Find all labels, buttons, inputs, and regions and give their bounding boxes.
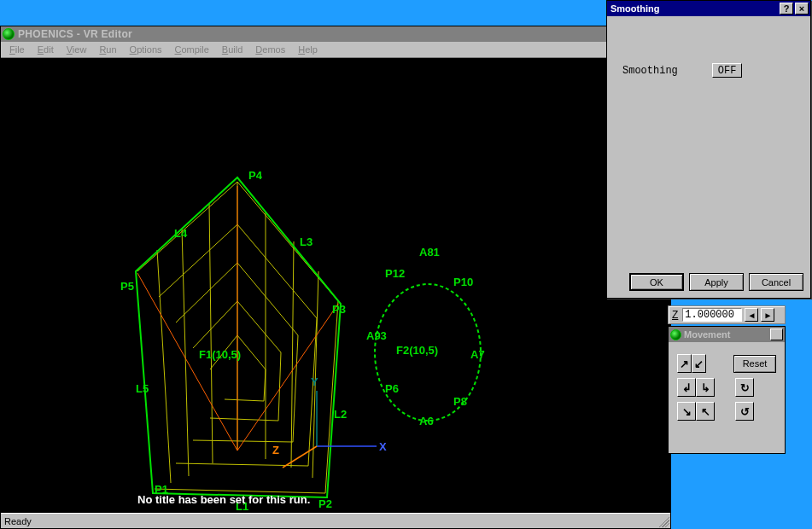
label-p3: P3	[332, 303, 346, 316]
move-up-right-icon[interactable]: ↖	[696, 402, 715, 421]
z-decrement-icon[interactable]: ◄	[745, 308, 758, 322]
svg-line-13	[283, 446, 317, 468]
z-axis-label: Z	[670, 309, 680, 321]
smoothing-dialog: Smoothing ? × Smoothing OFF OK Apply Can…	[606, 0, 811, 299]
move-left-icon[interactable]: ↲	[677, 378, 696, 397]
run-caption: No title has been set for this run.	[137, 493, 310, 506]
status-bar: Ready	[1, 513, 670, 528]
menubar: File Edit View Run Options Compile Build…	[1, 42, 670, 58]
ok-button[interactable]: OK	[629, 273, 684, 291]
label-p4: P4	[248, 169, 262, 182]
label-l5: L5	[136, 382, 149, 395]
label-a93: A93	[366, 329, 387, 342]
window-title: PHOENICS - VR Editor	[18, 28, 132, 40]
move-up-left-icon[interactable]: ↗	[677, 354, 692, 373]
help-icon[interactable]: ?	[780, 3, 793, 15]
menu-edit[interactable]: Edit	[32, 44, 59, 55]
axis-x-label: X	[379, 440, 387, 453]
smoothing-toggle[interactable]: OFF	[712, 63, 743, 78]
resize-grip-icon[interactable]	[657, 515, 669, 527]
reset-button[interactable]: Reset	[733, 355, 776, 373]
label-a7: A7	[470, 348, 485, 361]
menu-view[interactable]: View	[61, 44, 92, 55]
menu-file[interactable]: File	[4, 44, 30, 55]
menu-help[interactable]: Help	[293, 44, 323, 55]
svg-line-3	[157, 250, 171, 483]
geometry-svg	[1, 58, 670, 513]
viewport-3d[interactable]: P4 P5 P3 P2 P1 L4 L3 L5 L2 L1 F1(10,5) A…	[1, 58, 670, 513]
svg-line-1	[209, 203, 213, 463]
label-p12: P12	[385, 267, 405, 280]
label-f2: F2(10,5)	[396, 344, 438, 357]
close-icon[interactable]: ×	[795, 3, 809, 15]
vr-editor-window: PHOENICS - VR Editor File Edit View Run …	[0, 26, 671, 529]
dialog-title: Smoothing	[610, 3, 659, 14]
menu-demos[interactable]: Demos	[250, 44, 290, 55]
movement-title: Movement	[684, 329, 730, 340]
dialog-titlebar[interactable]: Smoothing ? ×	[607, 1, 810, 16]
label-a81: A81	[419, 246, 440, 259]
app-icon	[3, 28, 15, 40]
rotate-ccw-icon[interactable]: ↺	[735, 402, 754, 421]
menu-options[interactable]: Options	[125, 44, 167, 55]
label-l3: L3	[300, 235, 313, 248]
svg-line-9	[237, 304, 338, 451]
z-value-bar: Z ◄ ►	[668, 305, 786, 324]
status-text: Ready	[4, 516, 32, 526]
label-p6: P6	[385, 382, 399, 395]
label-l4: L4	[174, 227, 187, 240]
label-p8: P8	[453, 395, 467, 408]
rotate-cw-icon[interactable]: ↻	[735, 378, 754, 397]
window-titlebar[interactable]: PHOENICS - VR Editor	[1, 26, 670, 42]
label-p2: P2	[318, 497, 332, 510]
movement-titlebar[interactable]: Movement ×	[669, 327, 785, 342]
move-right-icon[interactable]: ↳	[696, 378, 715, 397]
move-down-left-icon[interactable]: ↙	[692, 354, 706, 373]
apply-button[interactable]: Apply	[689, 273, 744, 291]
smoothing-field-label: Smoothing	[622, 65, 678, 77]
movement-app-icon	[670, 329, 681, 340]
cancel-button[interactable]: Cancel	[749, 273, 803, 291]
z-increment-icon[interactable]: ►	[761, 308, 774, 322]
label-l2: L2	[334, 408, 347, 421]
menu-compile[interactable]: Compile	[170, 44, 214, 55]
svg-line-2	[182, 229, 189, 476]
menu-run[interactable]: Run	[94, 44, 121, 55]
movement-close-icon[interactable]: ×	[770, 328, 783, 340]
label-p5: P5	[120, 280, 134, 293]
label-a6: A6	[419, 415, 434, 427]
movement-toolbox: Movement × ↗ ↙ Reset ↲ ↳ ↻ ↘ ↖ ↺	[668, 326, 786, 454]
axis-y-label: Y	[311, 375, 318, 388]
axis-z-label: Z	[272, 444, 279, 456]
menu-build[interactable]: Build	[217, 44, 248, 55]
label-f1: F1(10,5)	[199, 348, 241, 361]
move-down-right-icon[interactable]: ↘	[677, 402, 696, 421]
z-value-input[interactable]	[682, 308, 742, 322]
label-p10: P10	[453, 276, 473, 288]
